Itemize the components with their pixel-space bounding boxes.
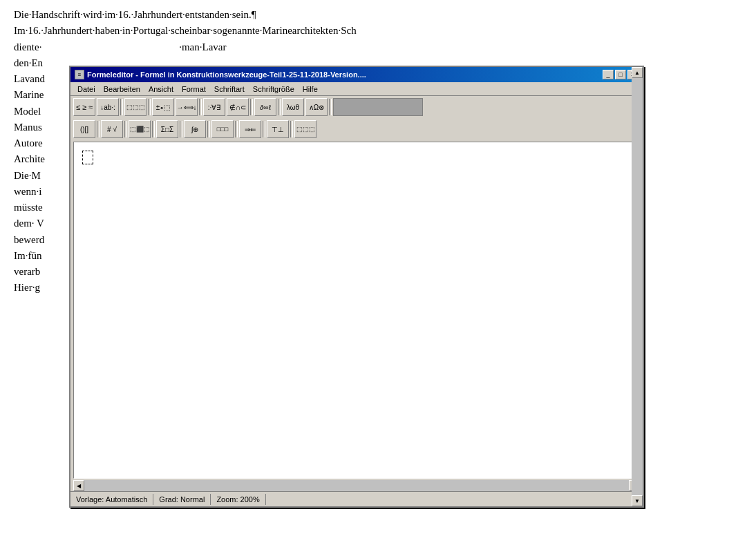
vertical-scrollbar[interactable]: ▲ ▼ — [632, 142, 640, 479]
menu-bearbeiten[interactable]: Bearbeiten — [100, 84, 144, 95]
formula-cursor — [82, 151, 93, 164]
separator7 — [97, 121, 100, 137]
minimize-button[interactable]: _ — [603, 70, 614, 79]
formula-editor-dialog: ≡ Formeleditor - Formel in Konstruktions… — [69, 66, 644, 508]
editor-area[interactable] — [73, 142, 640, 479]
separator13 — [263, 121, 265, 137]
toolbar-btn-sets[interactable]: ∉∩⊂ — [227, 98, 249, 116]
separator12 — [235, 121, 238, 137]
separator3 — [199, 99, 202, 115]
separator11 — [207, 121, 210, 137]
doc-line: Die·Handschrift·wird·im·16.·Jahrhundert·… — [14, 7, 742, 23]
doc-line: diente· ·man·Lavar — [14, 39, 742, 55]
toolbar-row1: ≤ ≥ ≈ ↓ab·: ⬚⬚⬚ ±∘⬚ →⟺↓ :·∀∃ ∉∩⊂ ∂∞ℓ λωθ… — [70, 96, 643, 118]
menu-bar: Datei Bearbeiten Ansicht Format Schrifta… — [70, 82, 643, 96]
toolbar-btn-sums[interactable]: Σ□Σ — [156, 120, 178, 138]
toolbar-btn-integrals[interactable]: ∫⊕ — [184, 120, 206, 138]
toolbar-gray-area — [333, 98, 423, 116]
toolbar-btn-special[interactable]: ∧Ω⊗ — [305, 98, 328, 116]
status-grad: Grad: Normal — [153, 494, 211, 505]
separator5 — [278, 99, 281, 115]
menu-schriftgroesse[interactable]: Schriftgröße — [249, 84, 299, 95]
toolbar-row2: ()[] # √ ⬚⬛⬚ Σ□Σ ∫⊕ □□□ ⇒⇐ ⊤⊥ ⬚⬚⬚ — [70, 118, 643, 140]
editor-container: ▲ ▼ — [73, 142, 640, 479]
toolbar-btn-relations1[interactable]: ≤ ≥ ≈ — [73, 98, 95, 116]
menu-format[interactable]: Format — [178, 84, 210, 95]
toolbar-btn-misc[interactable]: ⬚⬚⬚ — [294, 120, 316, 138]
toolbar-btn-calculus[interactable]: ∂∞ℓ — [254, 98, 276, 116]
toolbar-btn-roots[interactable]: # √ — [101, 120, 123, 138]
status-zoom: Zoom: 200% — [211, 494, 265, 505]
app-icon: ≡ — [75, 70, 84, 79]
toolbar-btn-arrows[interactable]: →⟺↓ — [176, 98, 198, 116]
separator6 — [329, 99, 332, 115]
toolbar-btn-topbot[interactable]: ⊤⊥ — [267, 120, 289, 138]
status-items: Vorlage: Automatisch Grad: Normal Zoom: … — [70, 494, 266, 505]
menu-ansicht[interactable]: Ansicht — [144, 84, 178, 95]
scrollbar-track[interactable] — [632, 142, 640, 479]
toolbar-btn-boxes[interactable]: □□□ — [211, 120, 234, 138]
doc-line: Im·16.·Jahrhundert·haben·in·Portugal·sch… — [14, 23, 742, 39]
toolbar-btn-matrices[interactable]: ⬚⬛⬚ — [129, 120, 151, 138]
toolbar-btn-parens[interactable]: ()[] — [73, 120, 95, 138]
separator10 — [180, 121, 182, 137]
toolbar-btn-greek[interactable]: λωθ — [282, 98, 304, 116]
status-bar: Vorlage: Automatisch Grad: Normal Zoom: … — [70, 491, 643, 506]
menu-hilfe[interactable]: Hilfe — [299, 84, 322, 95]
separator9 — [152, 121, 155, 137]
status-vorlage: Vorlage: Automatisch — [70, 494, 153, 505]
menu-schriftart[interactable]: Schriftart — [210, 84, 249, 95]
menu-datei[interactable]: Datei — [73, 84, 100, 95]
separator8 — [124, 121, 127, 137]
scroll-left-button[interactable]: ◀ — [73, 480, 84, 491]
toolbar-btn-operators[interactable]: ±∘⬚ — [152, 98, 174, 116]
toolbar-btn-brackets[interactable]: ⬚⬚⬚ — [124, 98, 147, 116]
maximize-button[interactable]: □ — [615, 70, 626, 79]
title-bar[interactable]: ≡ Formeleditor - Formel in Konstruktions… — [70, 67, 643, 82]
separator2 — [148, 99, 151, 115]
horizontal-scrollbar[interactable]: ◀ ▶ — [73, 480, 640, 491]
toolbar-btn-spacing[interactable]: ↓ab·: — [97, 98, 119, 116]
title-bar-left: ≡ Formeleditor - Formel in Konstruktions… — [75, 70, 366, 79]
separator14 — [290, 121, 293, 137]
toolbar-btn-implies[interactable]: ⇒⇐ — [239, 120, 261, 138]
toolbar-btn-quantifiers[interactable]: :·∀∃ — [203, 98, 225, 116]
dialog-title: Formeleditor - Formel in Konstruktionswe… — [87, 70, 366, 79]
separator4 — [250, 99, 253, 115]
hscrollbar-track[interactable] — [84, 480, 629, 491]
separator1 — [120, 99, 123, 115]
